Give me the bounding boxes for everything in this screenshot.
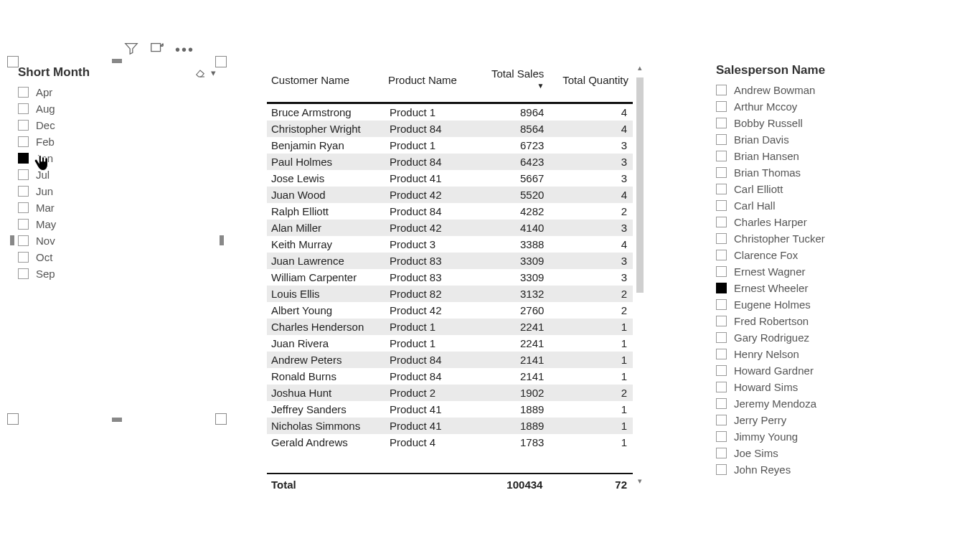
checkbox[interactable]: [716, 316, 727, 326]
table-row[interactable]: Gerald AndrewsProduct 417831: [267, 434, 633, 451]
checkbox[interactable]: [716, 101, 727, 112]
slicer-item[interactable]: Brian Davis: [716, 131, 903, 148]
slicer-item[interactable]: Oct: [18, 249, 216, 265]
resize-handle[interactable]: [215, 413, 227, 425]
checkbox[interactable]: [716, 266, 727, 277]
checkbox[interactable]: [716, 217, 727, 227]
checkbox[interactable]: [716, 464, 727, 475]
slicer-item[interactable]: Carl Hall: [716, 197, 903, 214]
slicer-item[interactable]: Gary Rodriguez: [716, 329, 903, 346]
chevron-down-icon[interactable]: ▾: [211, 67, 216, 78]
slicer-item[interactable]: Jan: [18, 150, 216, 166]
column-header-customer[interactable]: Customer Name: [267, 63, 384, 103]
table-row[interactable]: Ralph ElliottProduct 8442822: [267, 203, 633, 220]
checkbox[interactable]: [18, 186, 29, 197]
table-row[interactable]: Jose LewisProduct 4156673: [267, 170, 633, 187]
checkbox[interactable]: [18, 103, 29, 114]
table-row[interactable]: Louis EllisProduct 8231322: [267, 286, 633, 302]
table-row[interactable]: Nicholas SimmonsProduct 4118891: [267, 418, 633, 434]
checkbox[interactable]: [18, 120, 29, 131]
checkbox[interactable]: [716, 134, 727, 145]
slicer-item[interactable]: Andrew Bowman: [716, 82, 903, 98]
checkbox[interactable]: [18, 268, 29, 279]
checkbox[interactable]: [716, 349, 727, 359]
slicer-item[interactable]: Jul: [18, 166, 216, 183]
slicer-item[interactable]: Henry Nelson: [716, 346, 903, 362]
slicer-item[interactable]: Carl Elliott: [716, 181, 903, 197]
slicer-item[interactable]: Charles Harper: [716, 214, 903, 230]
checkbox[interactable]: [716, 365, 727, 376]
table-row[interactable]: Charles HendersonProduct 122411: [267, 319, 633, 335]
checkbox[interactable]: [716, 283, 727, 293]
slicer-item[interactable]: Sep: [18, 265, 216, 282]
slicer-item[interactable]: Dec: [18, 117, 216, 133]
slicer-item[interactable]: Arthur Mccoy: [716, 98, 903, 115]
checkbox[interactable]: [716, 382, 727, 392]
checkbox[interactable]: [716, 398, 727, 409]
column-header-total-sales[interactable]: Total Sales▼: [471, 63, 549, 103]
scroll-up-icon[interactable]: ▴: [634, 63, 646, 73]
slicer-item[interactable]: Jeremy Mendoza: [716, 395, 903, 412]
column-header-total-qty[interactable]: Total Quantity: [548, 63, 633, 103]
checkbox[interactable]: [18, 153, 29, 164]
slicer-item[interactable]: Aug: [18, 100, 216, 117]
table-row[interactable]: Juan LawrenceProduct 8333093: [267, 253, 633, 269]
checkbox[interactable]: [18, 87, 29, 98]
table-row[interactable]: Juan WoodProduct 4255204: [267, 187, 633, 203]
checkbox[interactable]: [716, 415, 727, 425]
checkbox[interactable]: [716, 167, 727, 178]
resize-handle[interactable]: [7, 56, 19, 67]
table-row[interactable]: Jeffrey SandersProduct 4118891: [267, 401, 633, 418]
checkbox[interactable]: [716, 250, 727, 260]
slicer-item[interactable]: Howard Sims: [716, 379, 903, 395]
slicer-item[interactable]: Howard Gardner: [716, 362, 903, 379]
checkbox[interactable]: [716, 233, 727, 244]
table-row[interactable]: Benjamin RyanProduct 167233: [267, 137, 633, 154]
scroll-thumb[interactable]: [636, 77, 644, 293]
table-row[interactable]: Juan RiveraProduct 122411: [267, 335, 633, 352]
slicer-item[interactable]: May: [18, 216, 216, 232]
table-row[interactable]: Joshua HuntProduct 219022: [267, 385, 633, 401]
slicer-item[interactable]: Feb: [18, 133, 216, 150]
scroll-down-icon[interactable]: ▾: [634, 476, 646, 486]
slicer-item[interactable]: Nov: [18, 232, 216, 249]
table-row[interactable]: William CarpenterProduct 8333093: [267, 269, 633, 286]
slicer-item[interactable]: Ernest Wagner: [716, 263, 903, 280]
slicer-item[interactable]: John Reyes: [716, 461, 903, 478]
slicer-item[interactable]: Mar: [18, 199, 216, 216]
resize-handle[interactable]: [7, 413, 19, 425]
slicer-item[interactable]: Jerry Perry: [716, 412, 903, 428]
checkbox[interactable]: [716, 118, 727, 128]
slicer-item[interactable]: Fred Robertson: [716, 313, 903, 329]
checkbox[interactable]: [716, 85, 727, 95]
resize-handle[interactable]: [112, 418, 122, 422]
slicer-item[interactable]: Joe Sims: [716, 445, 903, 461]
slicer-item[interactable]: Brian Hansen: [716, 148, 903, 164]
table-scrollbar[interactable]: ▴ ▾: [634, 63, 646, 486]
slicer-item[interactable]: Bobby Russell: [716, 115, 903, 131]
column-header-product[interactable]: Product Name: [384, 63, 471, 103]
resize-handle[interactable]: [220, 235, 224, 245]
slicer-item[interactable]: Ernest Wheeler: [716, 280, 903, 296]
slicer-item[interactable]: Clarence Fox: [716, 247, 903, 263]
clear-selections-icon[interactable]: [194, 66, 207, 79]
checkbox[interactable]: [716, 151, 727, 161]
checkbox[interactable]: [716, 448, 727, 458]
table-row[interactable]: Ronald BurnsProduct 8421411: [267, 368, 633, 385]
table-row[interactable]: Bruce ArmstrongProduct 189644: [267, 104, 633, 121]
table-row[interactable]: Keith MurrayProduct 333884: [267, 236, 633, 253]
checkbox[interactable]: [716, 299, 727, 310]
checkbox[interactable]: [18, 235, 29, 246]
table-row[interactable]: Andrew PetersProduct 8421411: [267, 352, 633, 368]
checkbox[interactable]: [18, 219, 29, 230]
slicer-item[interactable]: Brian Thomas: [716, 164, 903, 181]
table-row[interactable]: Paul HolmesProduct 8464233: [267, 154, 633, 170]
checkbox[interactable]: [716, 431, 727, 442]
resize-handle[interactable]: [10, 235, 14, 245]
table-row[interactable]: Alan MillerProduct 4241403: [267, 220, 633, 236]
filter-icon[interactable]: [123, 40, 139, 58]
resize-handle[interactable]: [215, 56, 227, 67]
checkbox[interactable]: [18, 252, 29, 263]
table-row[interactable]: Christopher WrightProduct 8485644: [267, 121, 633, 137]
checkbox[interactable]: [716, 200, 727, 211]
